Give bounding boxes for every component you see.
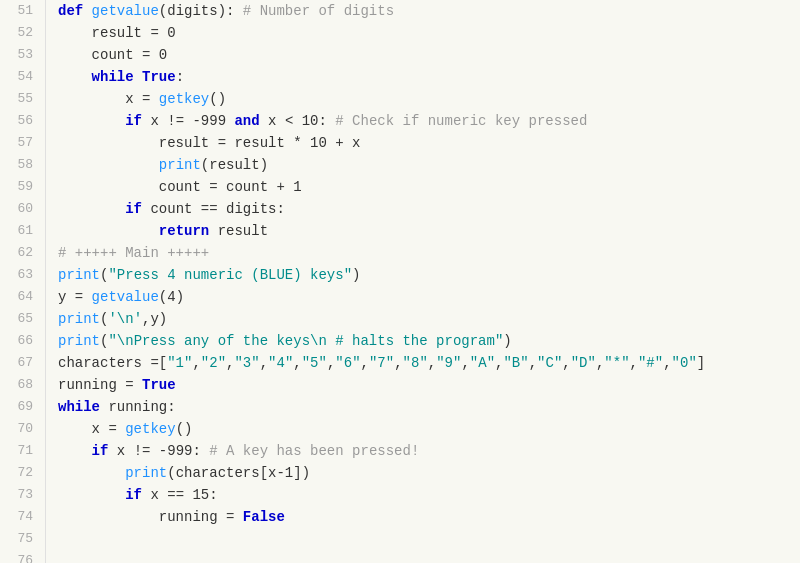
token-cm: # Number of digits xyxy=(243,3,394,19)
token-fn: getvalue xyxy=(92,289,159,305)
token-st: "1" xyxy=(167,355,192,371)
token-nm: , xyxy=(663,355,671,371)
token-nm: x = xyxy=(58,421,125,437)
token-nm: (4) xyxy=(159,289,184,305)
line-number: 51 xyxy=(8,0,33,22)
line-number: 62 xyxy=(8,242,33,264)
line-number: 56 xyxy=(8,110,33,132)
line-number: 59 xyxy=(8,176,33,198)
token-nm: , xyxy=(192,355,200,371)
token-fn: getkey xyxy=(159,91,209,107)
token-kw: return xyxy=(159,223,209,239)
token-nm xyxy=(58,69,92,85)
line-number: 55 xyxy=(8,88,33,110)
code-line: x = getkey() xyxy=(58,418,800,440)
line-number: 74 xyxy=(8,506,33,528)
token-nm: result xyxy=(209,223,268,239)
token-nm: ] xyxy=(697,355,705,371)
token-nm xyxy=(58,201,125,217)
token-st: "7" xyxy=(369,355,394,371)
code-line: x = getkey() xyxy=(58,88,800,110)
code-content: def getvalue(digits): # Number of digits… xyxy=(46,0,800,563)
code-line: count = 0 xyxy=(58,44,800,66)
token-cm: # A key has been pressed! xyxy=(209,443,419,459)
token-st: "B" xyxy=(503,355,528,371)
line-number: 70 xyxy=(8,418,33,440)
code-line: print(result) xyxy=(58,154,800,176)
token-kw: True xyxy=(142,377,176,393)
token-st: "*" xyxy=(604,355,629,371)
token-fn: getkey xyxy=(125,421,175,437)
token-cm: # Check if numeric key pressed xyxy=(335,113,587,129)
code-line: while True: xyxy=(58,66,800,88)
line-number: 64 xyxy=(8,286,33,308)
token-kw: and xyxy=(234,113,259,129)
line-number: 54 xyxy=(8,66,33,88)
token-st: "2" xyxy=(201,355,226,371)
token-kw: if xyxy=(125,201,142,217)
token-nm: count = count + 1 xyxy=(58,179,302,195)
token-fn: getvalue xyxy=(92,3,159,19)
code-line: if x == 15: xyxy=(58,484,800,506)
line-numbers: 5152535455565758596061626364656667686970… xyxy=(0,0,46,563)
token-nm xyxy=(58,487,125,503)
token-nm xyxy=(58,113,125,129)
code-line: running = True xyxy=(58,374,800,396)
token-nm: running = xyxy=(58,377,142,393)
token-nm xyxy=(58,465,125,481)
token-st: "8" xyxy=(403,355,428,371)
token-nm: x != -999 xyxy=(142,113,234,129)
line-number: 72 xyxy=(8,462,33,484)
code-line: def getvalue(digits): # Number of digits xyxy=(58,0,800,22)
token-nm xyxy=(58,157,159,173)
token-st: "\nPress any of the keys\n # halts the p… xyxy=(108,333,503,349)
token-st: "9" xyxy=(436,355,461,371)
code-line: count = count + 1 xyxy=(58,176,800,198)
token-nm: , xyxy=(529,355,537,371)
token-fn: print xyxy=(58,267,100,283)
code-line: # +++++ Main +++++ xyxy=(58,242,800,264)
code-line: print("Press 4 numeric (BLUE) keys") xyxy=(58,264,800,286)
token-kw: if xyxy=(125,487,142,503)
token-st: "0" xyxy=(672,355,697,371)
line-number: 68 xyxy=(8,374,33,396)
code-line: result = result * 10 + x xyxy=(58,132,800,154)
line-number: 69 xyxy=(8,396,33,418)
token-st: "A" xyxy=(470,355,495,371)
token-fn: print xyxy=(159,157,201,173)
line-number: 58 xyxy=(8,154,33,176)
line-number: 71 xyxy=(8,440,33,462)
token-nm: ) xyxy=(503,333,511,349)
token-nm: , xyxy=(428,355,436,371)
code-line: running = False xyxy=(58,506,800,528)
code-line: return result xyxy=(58,220,800,242)
token-nm: result = result * 10 + x xyxy=(58,135,360,151)
token-st: "3" xyxy=(234,355,259,371)
code-line: print("\nPress any of the keys\n # halts… xyxy=(58,330,800,352)
token-kw: while True xyxy=(92,69,176,85)
token-kw: if xyxy=(92,443,109,459)
token-nm: count == digits: xyxy=(142,201,285,217)
token-nm: count = 0 xyxy=(58,47,167,63)
line-number: 61 xyxy=(8,220,33,242)
token-nm: () xyxy=(209,91,226,107)
token-st: "4" xyxy=(268,355,293,371)
token-nm xyxy=(58,223,159,239)
token-kw: while xyxy=(58,399,100,415)
code-line: if count == digits: xyxy=(58,198,800,220)
line-number: 67 xyxy=(8,352,33,374)
token-nm: result = 0 xyxy=(58,25,176,41)
token-nm: (result) xyxy=(201,157,268,173)
code-line: if x != -999 and x < 10: # Check if nume… xyxy=(58,110,800,132)
token-nm: (digits): xyxy=(159,3,243,19)
token-fn: print xyxy=(58,311,100,327)
token-st: "6" xyxy=(335,355,360,371)
line-number: 63 xyxy=(8,264,33,286)
token-nm: (characters[x-1]) xyxy=(167,465,310,481)
token-st: "Press 4 numeric (BLUE) keys" xyxy=(108,267,352,283)
line-number: 66 xyxy=(8,330,33,352)
token-nm: x != -999: xyxy=(108,443,209,459)
code-line: print(characters[x-1]) xyxy=(58,462,800,484)
token-nm: ) xyxy=(352,267,360,283)
line-number: 75 xyxy=(8,528,33,550)
